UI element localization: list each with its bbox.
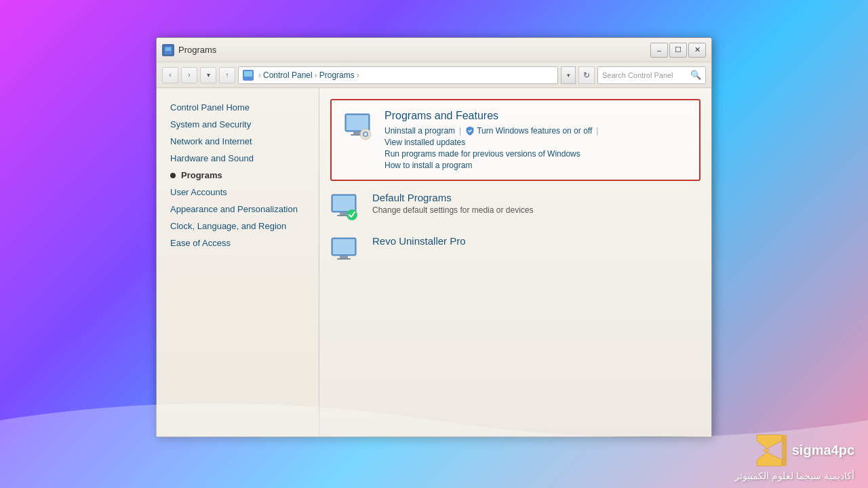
programs-features-title[interactable]: Programs and Features [384, 110, 688, 122]
sidebar-item-label: Clock, Language, and Region [170, 221, 286, 231]
recent-button[interactable]: ▾ [200, 67, 216, 83]
view-updates-link[interactable]: View installed updates [384, 138, 688, 147]
programs-features-icon [342, 110, 375, 142]
up-button[interactable]: ↑ [219, 67, 235, 83]
sidebar-item-label: Ease of Access [170, 238, 231, 248]
path-control-panel[interactable]: Control Panel [263, 70, 313, 80]
sidebar-item-programs[interactable]: Programs [157, 167, 319, 184]
programs-features-card: Programs and Features Uninstall a progra… [330, 99, 701, 181]
watermark-arabic: أكاديمية سيجما لعلوم الكمبيوتر [734, 470, 854, 481]
revo-section: Revo Uninstaller Pro [330, 235, 701, 268]
svg-marker-21 [757, 435, 782, 466]
window-title: Programs [178, 45, 650, 55]
sidebar-item-label: User Accounts [170, 187, 227, 197]
svg-rect-20 [337, 258, 351, 260]
watermark: sigma4pc أكاديمية سيجما لعلوم الكمبيوتر [734, 432, 854, 481]
main-panel: Programs and Features Uninstall a progra… [319, 88, 711, 436]
path-dropdown[interactable]: ▾ [561, 66, 576, 84]
title-bar: Programs – ☐ ✕ [157, 38, 711, 62]
window-icon [162, 44, 174, 56]
sidebar-item-label: Appearance and Personalization [170, 204, 298, 214]
separator-2: | [596, 126, 598, 136]
sidebar-item-network[interactable]: Network and Internet [157, 133, 319, 150]
svg-rect-2 [164, 52, 172, 54]
windows-features-link[interactable]: Turn Windows features on or off [465, 126, 592, 136]
sigma-text: sigma4pc [792, 443, 854, 458]
maximize-button[interactable]: ☐ [669, 43, 687, 58]
content-area: Control Panel Home System and Security N… [157, 88, 711, 436]
sidebar-item-control-panel-home[interactable]: Control Panel Home [157, 99, 319, 116]
forward-button[interactable]: › [181, 67, 197, 83]
sidebar-item-system-security[interactable]: System and Security [157, 116, 319, 133]
sidebar-item-clock[interactable]: Clock, Language, and Region [157, 218, 319, 235]
previous-versions-link[interactable]: Run programs made for previous versions … [384, 149, 688, 159]
svg-rect-1 [165, 47, 171, 51]
search-box[interactable]: Search Control Panel 🔍 [597, 66, 706, 84]
sidebar-item-label: Network and Internet [170, 136, 252, 146]
watermark-logo: sigma4pc [751, 432, 854, 469]
sidebar: Control Panel Home System and Security N… [157, 88, 319, 436]
close-button[interactable]: ✕ [688, 43, 706, 58]
shield-icon [465, 126, 475, 136]
search-placeholder: Search Control Panel [602, 71, 673, 79]
default-programs-desc: Change default settings for media or dev… [372, 205, 701, 215]
default-programs-title[interactable]: Default Programs [372, 192, 701, 203]
revo-icon [330, 235, 363, 268]
address-path[interactable]: › Control Panel › Programs › [238, 66, 558, 84]
programs-window: Programs – ☐ ✕ ‹ › ▾ ↑ › Control Panel ›… [156, 37, 712, 437]
sidebar-item-label: Hardware and Sound [170, 153, 254, 163]
separator-1: | [459, 126, 461, 136]
default-programs-section: Default Programs Change default settings… [330, 192, 701, 224]
programs-features-links: Uninstall a program | Turn Windows featu… [384, 126, 688, 136]
programs-features-content: Programs and Features Uninstall a progra… [384, 110, 688, 170]
default-programs-icon [330, 192, 363, 224]
svg-marker-22 [782, 435, 787, 466]
sidebar-item-label: Programs [181, 170, 222, 180]
how-to-install-link[interactable]: How to install a program [384, 161, 688, 170]
svg-rect-4 [244, 71, 252, 77]
default-programs-content: Default Programs Change default settings… [372, 192, 701, 215]
sidebar-item-hardware[interactable]: Hardware and Sound [157, 150, 319, 167]
back-button[interactable]: ‹ [162, 67, 178, 83]
window-controls: – ☐ ✕ [650, 43, 706, 58]
svg-rect-19 [340, 256, 348, 258]
sidebar-item-appearance[interactable]: Appearance and Personalization [157, 201, 319, 218]
refresh-button[interactable]: ↻ [578, 66, 595, 84]
sigma-logo-icon [751, 432, 788, 469]
svg-rect-18 [333, 239, 355, 254]
revo-title[interactable]: Revo Uninstaller Pro [372, 235, 701, 247]
address-bar: ‹ › ▾ ↑ › Control Panel › Programs › ▾ ↻… [157, 62, 711, 88]
search-icon: 🔍 [690, 70, 701, 80]
uninstall-link[interactable]: Uninstall a program [384, 126, 455, 136]
sidebar-item-label: Control Panel Home [170, 102, 250, 113]
minimize-button[interactable]: – [650, 43, 668, 58]
active-bullet-icon [170, 173, 176, 178]
revo-content: Revo Uninstaller Pro [372, 235, 701, 249]
sidebar-item-ease-of-access[interactable]: Ease of Access [157, 235, 319, 251]
svg-point-11 [364, 133, 367, 136]
path-programs[interactable]: Programs [319, 70, 355, 80]
svg-rect-6 [347, 115, 368, 130]
sidebar-item-user-accounts[interactable]: User Accounts [157, 184, 319, 201]
svg-rect-13 [333, 196, 355, 211]
sidebar-item-label: System and Security [170, 119, 251, 129]
